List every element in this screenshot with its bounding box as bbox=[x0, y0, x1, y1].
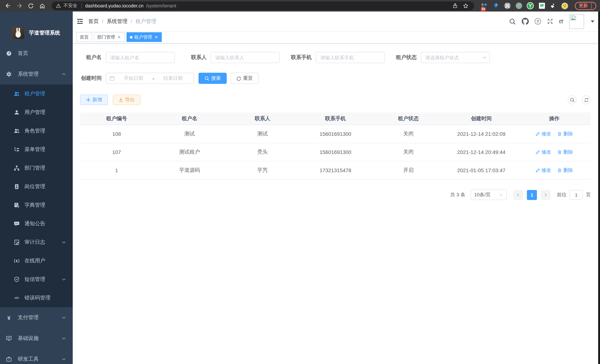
sidebar-item-post[interactable]: 岗位管理 bbox=[0, 177, 73, 196]
sidebar-item-dict[interactable]: 字典管理 bbox=[0, 196, 73, 215]
close-icon[interactable]: ✕ bbox=[154, 35, 159, 39]
cell-tenant-id: 1 bbox=[80, 167, 153, 173]
extension-y-icon[interactable] bbox=[526, 2, 534, 9]
delete-button[interactable]: 删除 bbox=[558, 131, 573, 137]
url-path[interactable]: /system/tenant bbox=[146, 3, 176, 8]
fullscreen-icon[interactable] bbox=[547, 18, 553, 25]
filter-create-time: 创建时间 开始日期 - 结束日期 bbox=[80, 73, 194, 84]
edit-button[interactable]: 修改 bbox=[536, 167, 551, 174]
sidebar-item-dept[interactable]: 部门管理 bbox=[0, 159, 73, 177]
browser-update-button[interactable]: 更新 bbox=[575, 2, 596, 10]
sidebar-item-audit-log[interactable]: 审计日志 bbox=[0, 233, 73, 252]
browser-menu-dots-icon[interactable] bbox=[591, 3, 592, 8]
prev-page-button[interactable] bbox=[513, 190, 523, 200]
breadcrumb-home[interactable]: 首页 bbox=[88, 18, 99, 25]
extension-emoji-icon[interactable] bbox=[561, 2, 568, 9]
status-select-value[interactable] bbox=[421, 52, 490, 63]
sidebar-item-label: 部门管理 bbox=[25, 165, 45, 171]
extension-chat-icon[interactable] bbox=[538, 2, 545, 9]
extension-green-dot-icon[interactable] bbox=[515, 2, 523, 9]
next-page-button[interactable] bbox=[541, 190, 551, 200]
security-chip-label[interactable]: 不安全 bbox=[64, 3, 77, 9]
status-select[interactable] bbox=[421, 52, 490, 63]
sidebar-item-label: 角色管理 bbox=[25, 128, 45, 134]
pagination: 共 3 条 10条/页 1 前往 页 bbox=[80, 190, 591, 200]
browser-reload-icon[interactable] bbox=[27, 2, 35, 10]
tenant-name-input[interactable] bbox=[106, 52, 175, 63]
sidebar-item-pay[interactable]: ¥ 支付管理 bbox=[0, 307, 73, 328]
chevron-down-icon bbox=[62, 240, 66, 244]
edit-button[interactable]: 修改 bbox=[536, 131, 551, 137]
chevron-down-icon bbox=[62, 357, 66, 361]
header-search-icon[interactable] bbox=[509, 18, 516, 25]
extension-kite-icon[interactable] bbox=[492, 2, 499, 9]
edit-button[interactable]: 修改 bbox=[536, 149, 551, 156]
breadcrumb-system[interactable]: 系统管理 bbox=[107, 18, 127, 25]
bookmark-star-icon[interactable] bbox=[462, 2, 470, 10]
share-icon[interactable] bbox=[451, 2, 459, 10]
cell-tenant-name: 测试租户 bbox=[153, 149, 226, 156]
sidebar-item-devtools[interactable]: 研发工具 bbox=[0, 349, 73, 364]
delete-button[interactable]: 删除 bbox=[558, 149, 573, 156]
github-icon[interactable] bbox=[522, 18, 529, 25]
sidebar-item-tenant[interactable]: 租户管理 bbox=[0, 84, 73, 103]
delete-button[interactable]: 删除 bbox=[558, 167, 573, 174]
refresh-table-button[interactable] bbox=[582, 95, 591, 104]
sidebar-item-system[interactable]: 系统管理 bbox=[0, 64, 73, 84]
plus-icon bbox=[86, 98, 91, 102]
url-host[interactable]: dashboard.yudao.iocoder.cn bbox=[85, 3, 143, 8]
date-range-picker[interactable]: 开始日期 - 结束日期 bbox=[106, 73, 194, 84]
page-jumper: 前往 页 bbox=[557, 190, 591, 200]
browser-address-bar[interactable]: 不安全 dashboard.yudao.iocoder.cn/system/te… bbox=[52, 1, 474, 10]
page-number-button[interactable]: 1 bbox=[527, 190, 537, 200]
help-icon[interactable]: ? bbox=[535, 18, 541, 25]
sidebar-item-label: 通知公告 bbox=[25, 220, 45, 227]
tab-home[interactable]: 首页 bbox=[76, 32, 92, 42]
sidebar-logo-row[interactable]: 芋道管理系统 bbox=[0, 11, 73, 39]
browser-back-icon[interactable] bbox=[4, 2, 12, 10]
close-icon[interactable]: ✕ bbox=[117, 35, 121, 39]
browser-forward-icon[interactable] bbox=[15, 2, 23, 10]
filter-row-1: 租户名 联系人 联系手机 租户状态 bbox=[80, 52, 591, 63]
chevron-down-icon bbox=[62, 336, 66, 341]
pencil-icon bbox=[536, 132, 540, 136]
tab-dept[interactable]: 部门管理 ✕ bbox=[94, 32, 125, 42]
sidebar-item-label: 租户管理 bbox=[25, 91, 45, 97]
sidebar-item-sms[interactable]: 短信管理 bbox=[0, 270, 73, 289]
export-button[interactable]: 导出 bbox=[113, 95, 141, 105]
extension-command-icon[interactable] bbox=[504, 2, 511, 9]
reset-button[interactable]: 重置 bbox=[230, 73, 259, 84]
sidebar-item-menu-mgmt[interactable]: 菜单管理 bbox=[0, 140, 73, 159]
column-header: 租户编号 bbox=[80, 115, 153, 122]
tab-tenant[interactable]: 租户管理 ✕ bbox=[127, 32, 162, 42]
search-button[interactable]: 搜索 bbox=[198, 73, 227, 84]
avatar-dropdown-caret-icon[interactable] bbox=[591, 20, 594, 22]
extension-puzzle-icon[interactable] bbox=[550, 2, 557, 9]
browser-home-icon[interactable] bbox=[38, 2, 46, 10]
pencil-icon bbox=[536, 150, 540, 154]
sidebar-item-infra[interactable]: 基础设施 bbox=[0, 328, 73, 349]
sidebar-item-role[interactable]: 角色管理 bbox=[0, 122, 73, 140]
font-size-icon[interactable]: tT bbox=[559, 18, 563, 24]
show-search-toggle-button[interactable] bbox=[568, 95, 577, 104]
active-tab-dot bbox=[130, 36, 132, 38]
cell-operations: 修改 删除 bbox=[518, 149, 591, 156]
contact-input[interactable] bbox=[211, 52, 280, 63]
roles-icon bbox=[14, 128, 20, 134]
sidebar-item-home[interactable]: 首页 bbox=[0, 43, 73, 64]
mobile-input[interactable] bbox=[316, 52, 385, 63]
avatar[interactable] bbox=[569, 14, 584, 29]
add-button[interactable]: 新增 bbox=[80, 95, 108, 105]
sidebar-toggle-icon[interactable] bbox=[73, 18, 88, 25]
field-label: 租户名 bbox=[80, 54, 102, 61]
extension-tiles-icon[interactable]: 10 bbox=[480, 2, 488, 9]
sidebar-item-error-code[interactable]: </> 错误码管理 bbox=[0, 289, 73, 307]
page-size-select[interactable]: 10条/页 bbox=[470, 190, 507, 200]
sidebar-item-notice[interactable]: 通知公告 bbox=[0, 215, 73, 233]
sidebar-item-user[interactable]: 用户管理 bbox=[0, 103, 73, 122]
download-icon bbox=[119, 98, 123, 102]
goto-page-input[interactable] bbox=[570, 190, 583, 200]
field-label: 租户状态 bbox=[395, 54, 417, 61]
sidebar-item-online-user[interactable]: 在线用户 bbox=[0, 252, 73, 270]
menu-tree-icon bbox=[14, 147, 20, 152]
